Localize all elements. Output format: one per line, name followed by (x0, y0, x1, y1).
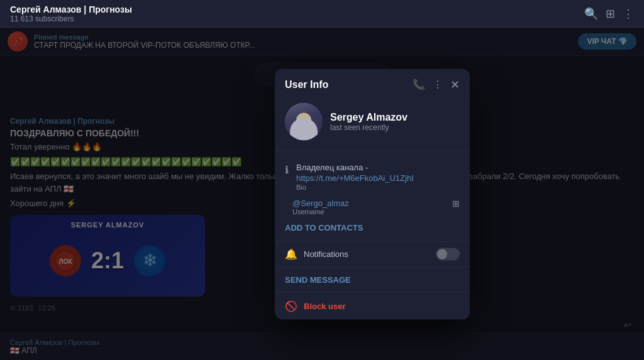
profile-section: Sergey Almazov last seen recently (275, 97, 470, 151)
info-icon: ℹ (285, 163, 289, 175)
block-icon: 🚫 (285, 300, 297, 312)
bio-row: ℹ Владелец канала - https://t.me/+M6eFko… (285, 158, 460, 194)
send-message-section: SEND MESSAGE (275, 267, 470, 292)
subscriber-count: 11 613 subscribers (10, 14, 132, 23)
notifications-left: 🔔 Notifications (285, 248, 348, 260)
notifications-label: Notifications (304, 249, 348, 259)
more-icon[interactable]: ⋮ (623, 7, 634, 21)
channel-title: Сергей Алмазов | Прогнозы (10, 4, 132, 14)
username-label: Username (292, 207, 445, 215)
layout-icon[interactable]: ⊞ (606, 7, 615, 21)
top-bar: Сергей Алмазов | Прогнозы 11 613 subscri… (0, 0, 644, 28)
bio-link[interactable]: https://t.me/+M6eFkobAi_U1ZjhI (296, 173, 414, 182)
bio-content: Владелец канала - https://t.me/+M6eFkobA… (296, 162, 460, 190)
profile-name: Sergey Almazov (330, 111, 460, 123)
notifications-toggle[interactable] (436, 248, 460, 260)
panel-title: User Info (285, 79, 328, 90)
toggle-knob (437, 249, 447, 259)
profile-info: Sergey Almazov last seen recently (330, 111, 460, 131)
avatar-image (285, 102, 323, 140)
more-options-icon[interactable]: ⋮ (433, 79, 443, 90)
username-actions: ⊞ (452, 198, 460, 208)
username-value[interactable]: @Sergo_almaz (292, 198, 445, 207)
bio-sublabel: Bio (296, 183, 460, 190)
user-avatar (285, 102, 323, 140)
avatar-figure (290, 117, 318, 140)
username-row: @Sergo_almaz Username ⊞ (285, 194, 460, 219)
username-content: @Sergo_almaz Username (292, 198, 445, 215)
copy-icon[interactable]: ⊞ (452, 198, 460, 208)
panel-header: User Info 📞 ⋮ ✕ (275, 68, 470, 97)
add-to-contacts-button[interactable]: ADD TO CONTACTS (285, 219, 363, 233)
block-user-button[interactable]: Block user (304, 301, 345, 310)
bio-section: ℹ Владелец канала - https://t.me/+M6eFko… (275, 151, 470, 241)
block-user-section: 🚫 Block user (275, 292, 470, 319)
top-bar-icons: 🔍 ⊞ ⋮ (584, 7, 634, 21)
close-button[interactable]: ✕ (450, 77, 460, 91)
user-info-panel: User Info 📞 ⋮ ✕ Sergey Almazov last seen… (275, 68, 470, 319)
search-icon[interactable]: 🔍 (584, 7, 598, 21)
call-icon[interactable]: 📞 (413, 79, 425, 90)
send-message-button[interactable]: SEND MESSAGE (285, 273, 351, 285)
panel-header-icons: 📞 ⋮ ✕ (413, 77, 460, 91)
channel-info: Сергей Алмазов | Прогнозы 11 613 subscri… (10, 4, 132, 23)
bio-label: Владелец канала - (296, 162, 460, 172)
bell-icon: 🔔 (285, 248, 297, 260)
profile-status: last seen recently (330, 123, 460, 131)
notifications-section: 🔔 Notifications (275, 241, 470, 267)
main-area: 📌 Pinned message СТАРТ ПРОДАЖ НА ВТОРОЙ … (0, 28, 644, 360)
